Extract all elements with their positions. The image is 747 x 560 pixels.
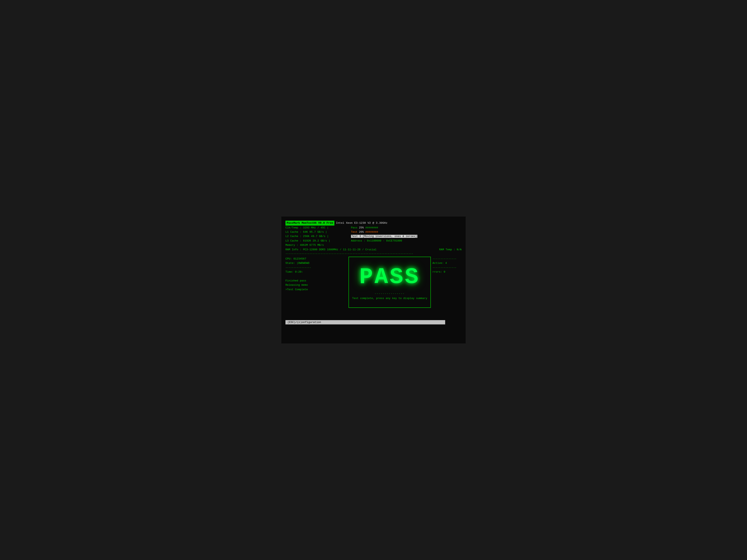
releasing-memo: Releasing memo xyxy=(285,283,348,287)
memory-value: 4062M 6775 MB/s xyxy=(300,244,324,247)
clk-temp-row: Clk/Temp : 3293 MHz / 45C | xyxy=(285,225,351,230)
bottom-bar[interactable]: (ESC)/(c)onfiguration xyxy=(285,320,445,324)
test-row: Test 26% ######## xyxy=(351,230,462,234)
pass-logo: PASS xyxy=(359,266,420,288)
cpu-cores: 01234567 xyxy=(293,257,306,260)
ram-temp-text: RAM Temp : N/A xyxy=(439,247,462,252)
pass-label: Pass xyxy=(351,226,357,229)
main-area: CPU: 01234567 State: |DWDWDWD ----------… xyxy=(285,257,462,308)
l1-cache-row: L1 Cache : 64K 95.7 GB/s | xyxy=(285,230,351,234)
cpu-label: CPU: xyxy=(285,257,292,260)
clk-temp-value: 3293 MHz / 45C xyxy=(303,226,326,229)
active-label: Active: xyxy=(433,262,444,265)
header-row-2: Clk/Temp : 3293 MHz / 45C | Pass 25% ###… xyxy=(285,225,462,230)
test-complete: >Test Complete xyxy=(285,287,348,292)
left-panel: CPU: 01234567 State: |DWDWDWD ----------… xyxy=(285,257,349,308)
ram-info-row: RAM Info : PC3-12800 DDR3 1600MHz / 11-1… xyxy=(285,247,462,252)
memory-row: Memory : 4062M 6775 MB/s xyxy=(285,243,351,247)
state-label: State: |DWDWDWD xyxy=(285,262,309,265)
left-dashes: ---------------- xyxy=(285,265,348,270)
pass-message: Test complete, press any key to display … xyxy=(352,297,427,300)
active-row: Active: 4 xyxy=(433,261,462,265)
test3-label: Test 3 [Moving inversions, ones & zeroes… xyxy=(351,235,417,238)
l1-label: L1 Cache : xyxy=(285,231,302,234)
active-value: 4 xyxy=(445,262,447,265)
memory-label: Memory : xyxy=(285,244,298,247)
header-row-3: L1 Cache : 64K 95.7 GB/s | Test 26% ####… xyxy=(285,230,462,234)
time-value: 0:20: xyxy=(295,270,303,273)
center-panel: PASS --------------- Test complete, pres… xyxy=(349,257,431,308)
cpu-cores-row: CPU: 01234567 xyxy=(285,257,348,261)
time-row: Time: 0:20: xyxy=(285,270,348,274)
l2-value: 256K 49.7 GB/s xyxy=(303,235,326,238)
l2-cache-row: L2 Cache : 256K 49.7 GB/s | xyxy=(285,234,351,238)
blank-row xyxy=(285,274,348,278)
pass-row: Pass 25% ######## xyxy=(351,225,462,230)
header-row-6: Memory : 4062M 6775 MB/s xyxy=(285,243,462,247)
errors-label: rrors: xyxy=(433,270,442,273)
app-title: PassMark MemTest86 V9.0 Free xyxy=(285,221,334,225)
test-hashes: ######## xyxy=(365,231,378,234)
finished-pass: Finished pass xyxy=(285,278,348,283)
memtest-screen: PassMark MemTest86 V9.0 Free Intel Xeon … xyxy=(281,217,466,343)
right-dashes-2: --------------- xyxy=(433,265,462,270)
cpu-info: Intel Xeon E3-1230 V2 @ 3.30GHz xyxy=(336,221,387,225)
l3-cache-row: L3 Cache : 8192K 29.2 GB/s | xyxy=(285,239,351,243)
test3-row: Test 3 [Moving inversions, ones & zeroes… xyxy=(351,234,462,238)
clk-temp-label: Clk/Temp : xyxy=(285,226,302,229)
header-row-1: PassMark MemTest86 V9.0 Free Intel Xeon … xyxy=(285,221,462,225)
right-panel: --------------- Active: 4 --------------… xyxy=(431,257,462,308)
pass-percent: 25% xyxy=(359,226,364,229)
errors-value: 0 xyxy=(444,270,445,273)
l3-label: L3 Cache : xyxy=(285,239,302,242)
ram-info-full: RAM Info : PC3-12800 DDR3 1600MHz / 11-1… xyxy=(285,247,462,252)
address-row: Address : 0x1100000 - 0xCE791000 xyxy=(351,239,462,243)
address-value: : 0x1100000 - 0xCE791000 xyxy=(364,239,402,242)
bottom-bar-text: (ESC)/(c)onfiguration xyxy=(287,321,321,324)
l2-label: L2 Cache : xyxy=(285,235,302,238)
header-row-4: L2 Cache : 256K 49.7 GB/s | Test 3 [Movi… xyxy=(285,234,462,238)
ram-info-text: RAM Info : PC3-12800 DDR3 1600MHz / 11-1… xyxy=(285,247,377,252)
address-label: Address xyxy=(351,239,362,242)
errors-row: rrors: 0 xyxy=(433,270,462,274)
time-label: Time: xyxy=(285,270,293,273)
pass-hashes: ######## xyxy=(365,226,378,229)
header-row-5: L3 Cache : 8192K 29.2 GB/s | Address : 0… xyxy=(285,239,462,243)
test-percent: 26% xyxy=(359,231,364,234)
divider-line: ----------------------------------------… xyxy=(285,252,462,256)
state-row: State: |DWDWDWD xyxy=(285,261,348,265)
l3-value: 8192K 29.2 GB/s xyxy=(303,239,327,242)
right-dashes-1: --------------- xyxy=(433,257,462,261)
test-label: Test xyxy=(351,231,357,234)
l1-value: 64K 95.7 GB/s xyxy=(303,231,324,234)
center-divider: --------------- xyxy=(375,292,405,295)
bottom-area: (ESC)/(c)onfiguration xyxy=(285,320,462,324)
